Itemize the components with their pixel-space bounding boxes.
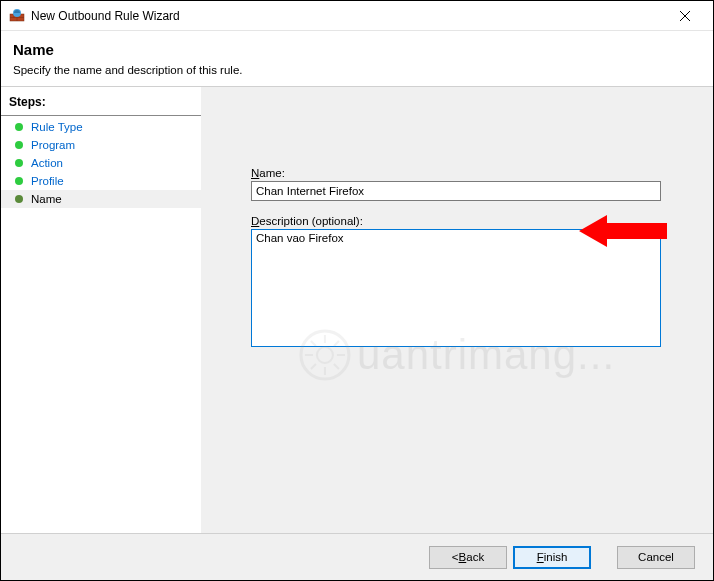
name-field-group: Name: (251, 167, 683, 201)
back-button[interactable]: < Back (429, 546, 507, 569)
wizard-window: New Outbound Rule Wizard Name Specify th… (0, 0, 714, 581)
wizard-body: Steps: Rule Type Program Action Profile … (1, 87, 713, 534)
description-field-group: Description (optional): (251, 215, 683, 350)
step-label: Action (31, 157, 63, 169)
close-button[interactable] (665, 2, 705, 30)
description-textarea[interactable] (251, 229, 661, 347)
cancel-button[interactable]: Cancel (617, 546, 695, 569)
bullet-icon (15, 177, 23, 185)
wizard-content: Name: Description (optional): (201, 87, 713, 533)
bullet-icon (15, 141, 23, 149)
bullet-icon (15, 123, 23, 131)
steps-heading: Steps: (1, 91, 201, 116)
close-icon (680, 11, 690, 21)
step-program[interactable]: Program (1, 136, 201, 154)
description-label: Description (optional): (251, 215, 683, 227)
page-subtitle: Specify the name and description of this… (13, 64, 701, 76)
finish-button[interactable]: Finish (513, 546, 591, 569)
step-action[interactable]: Action (1, 154, 201, 172)
button-bar: < Back Finish Cancel (1, 534, 713, 580)
step-label: Name (31, 193, 62, 205)
svg-line-17 (334, 364, 339, 369)
step-rule-type[interactable]: Rule Type (1, 118, 201, 136)
bullet-icon (15, 195, 23, 203)
svg-line-19 (311, 364, 316, 369)
wizard-header: Name Specify the name and description of… (1, 31, 713, 87)
titlebar: New Outbound Rule Wizard (1, 1, 713, 31)
step-label: Profile (31, 175, 64, 187)
step-label: Program (31, 139, 75, 151)
step-name[interactable]: Name (1, 190, 201, 208)
steps-sidebar: Steps: Rule Type Program Action Profile … (1, 87, 201, 533)
firewall-icon (9, 8, 25, 24)
step-profile[interactable]: Profile (1, 172, 201, 190)
window-title: New Outbound Rule Wizard (31, 9, 665, 23)
bullet-icon (15, 159, 23, 167)
step-label: Rule Type (31, 121, 83, 133)
name-label: Name: (251, 167, 683, 179)
page-title: Name (13, 41, 701, 58)
name-input[interactable] (251, 181, 661, 201)
